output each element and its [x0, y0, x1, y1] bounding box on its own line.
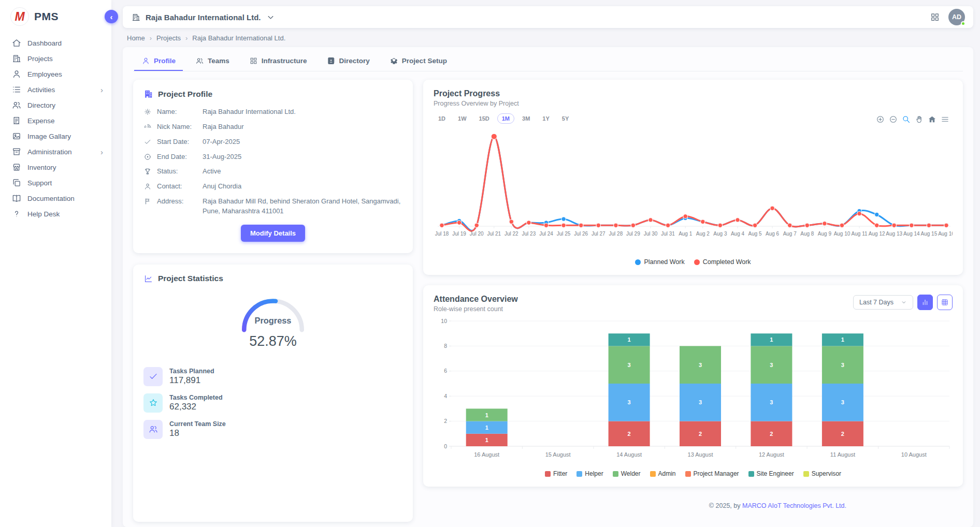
- sidebar-item-help-desk[interactable]: Help Desk: [0, 206, 111, 222]
- svg-text:Aug 7: Aug 7: [783, 231, 797, 237]
- legend-marker: [650, 471, 656, 477]
- people-icon: [195, 56, 204, 65]
- svg-text:Aug 9: Aug 9: [818, 231, 832, 237]
- svg-text:Aug 3: Aug 3: [713, 231, 727, 237]
- breadcrumb-item: Raja Bahadur International Ltd.: [192, 34, 285, 42]
- main-area: Raja Bahadur International Ltd. AD Home›…: [111, 0, 980, 527]
- svg-text:Jul 18: Jul 18: [435, 231, 449, 237]
- svg-text:Aug 15: Aug 15: [921, 231, 938, 237]
- pan-icon[interactable]: [915, 115, 924, 124]
- legend-fitter[interactable]: Fitter: [545, 470, 567, 477]
- people-icon: [148, 424, 158, 434]
- svg-text:Aug 8: Aug 8: [800, 231, 814, 237]
- chart-line-icon: [143, 274, 153, 284]
- range-button-15d[interactable]: 15D: [474, 113, 494, 124]
- content-panel: ProfileTeamsInfrastructureDirectoryProje…: [123, 47, 973, 527]
- field-value: 31-Aug-2025: [203, 152, 402, 162]
- stat-tile: [143, 367, 163, 386]
- stat-label: Tasks Completed: [169, 394, 223, 401]
- selection-zoom-icon[interactable]: [902, 115, 911, 124]
- sidebar-collapse-button[interactable]: ‹: [105, 10, 118, 23]
- svg-text:3: 3: [770, 399, 773, 405]
- stat-label: Tasks Planned: [169, 368, 214, 375]
- range-button-1y[interactable]: 1Y: [538, 113, 554, 124]
- tab-teams[interactable]: Teams: [188, 52, 237, 71]
- grid-icon: [249, 56, 258, 65]
- breadcrumb-separator: ›: [150, 34, 152, 42]
- bar-view-button[interactable]: [917, 295, 933, 310]
- sidebar-item-label: Activities: [27, 86, 95, 94]
- home-icon: [11, 38, 22, 48]
- sidebar-item-administration[interactable]: Administration›: [0, 144, 111, 159]
- sidebar-item-inventory[interactable]: Inventory: [0, 159, 111, 175]
- svg-text:2: 2: [444, 418, 447, 424]
- tab-project-setup[interactable]: Project Setup: [382, 52, 454, 71]
- table-view-button[interactable]: [937, 295, 953, 310]
- field-value: Anuj Chordia: [203, 182, 402, 192]
- legend-planned-work[interactable]: Planned Work: [635, 258, 684, 266]
- legend-helper[interactable]: Helper: [577, 470, 603, 477]
- field-value: Raja Bahadur International Ltd.: [203, 107, 402, 117]
- breadcrumb-item[interactable]: Home: [127, 34, 145, 42]
- user-avatar[interactable]: AD: [948, 9, 965, 25]
- sidebar-item-projects[interactable]: Projects: [0, 51, 111, 66]
- breadcrumb: Home›Projects›Raja Bahadur International…: [123, 28, 973, 47]
- range-button-3m[interactable]: 3M: [517, 113, 535, 124]
- tab-directory[interactable]: Directory: [320, 52, 377, 71]
- range-button-1d[interactable]: 1D: [434, 113, 450, 124]
- sidebar-item-image-gallary[interactable]: Image Gallary: [0, 128, 111, 144]
- sidebar-item-dashboard[interactable]: Dashboard: [0, 35, 111, 51]
- sidebar-item-documentation[interactable]: Documentation: [0, 191, 111, 206]
- sidebar-item-activities[interactable]: Activities›: [0, 82, 111, 97]
- legend-welder[interactable]: Welder: [613, 470, 641, 477]
- sidebar-item-employees[interactable]: Employees: [0, 66, 111, 82]
- sidebar-item-label: Administration: [27, 148, 95, 156]
- modify-details-button[interactable]: Modify Details: [241, 225, 305, 242]
- sidebar-item-directory[interactable]: Directory: [0, 97, 111, 113]
- zoom-out-icon[interactable]: [889, 115, 898, 124]
- sidebar-item-expense[interactable]: Expense: [0, 113, 111, 128]
- chevron-down-icon: [901, 299, 907, 305]
- attendance-card-title: Attendance Overview: [434, 295, 518, 304]
- legend-site-engineer[interactable]: Site Engineer: [748, 470, 794, 477]
- chart-menu-icon[interactable]: [941, 115, 949, 124]
- svg-text:10: 10: [441, 318, 447, 324]
- attendance-range-select[interactable]: Last 7 Days: [853, 295, 913, 310]
- breadcrumb-item[interactable]: Projects: [156, 34, 181, 42]
- zoom-in-icon[interactable]: [876, 115, 885, 124]
- progress-card-subtitle: Progress Overview by Project: [434, 100, 953, 107]
- contact-icon: [327, 56, 336, 65]
- svg-text:Jul 26: Jul 26: [574, 231, 588, 237]
- statistics-card-title: Project Statistics: [158, 274, 223, 283]
- svg-text:1: 1: [628, 336, 631, 343]
- sidebar-item-support[interactable]: Support: [0, 175, 111, 191]
- company-selector[interactable]: Raja Bahadur International Ltd.: [131, 12, 276, 22]
- legend-marker: [545, 471, 551, 477]
- company-name: Raja Bahadur International Ltd.: [146, 13, 261, 22]
- logo-link[interactable]: M PMS: [0, 0, 111, 31]
- range-button-1w[interactable]: 1W: [453, 113, 471, 124]
- legend-project-manager[interactable]: Project Manager: [685, 470, 739, 477]
- reset-zoom-home-icon[interactable]: [928, 115, 936, 124]
- range-button-5y[interactable]: 5Y: [557, 113, 573, 124]
- svg-text:2: 2: [841, 431, 844, 437]
- tab-profile[interactable]: Profile: [134, 52, 183, 71]
- project-progress-chart[interactable]: Jul 18Jul 19Jul 20Jul 21Jul 22Jul 23Jul …: [434, 124, 953, 253]
- online-status-dot: [961, 21, 965, 26]
- profile-card-title: Project Profile: [158, 90, 212, 99]
- company-link[interactable]: MARCO AIoT Technologies Pvt. Ltd.: [742, 502, 846, 509]
- svg-text:Jul 19: Jul 19: [452, 231, 466, 237]
- svg-text:1: 1: [485, 424, 488, 431]
- range-button-1m[interactable]: 1M: [497, 113, 514, 124]
- svg-text:2: 2: [699, 431, 702, 437]
- attendance-chart[interactable]: 108642011116 August15 August233114 Augus…: [434, 316, 953, 465]
- svg-text:3: 3: [699, 362, 702, 368]
- profile-field-end-date-: End Date:31-Aug-2025: [143, 152, 402, 162]
- apps-grid-button[interactable]: [930, 12, 940, 22]
- tab-infrastructure[interactable]: Infrastructure: [242, 52, 314, 71]
- legend-supervisor[interactable]: Supervisor: [803, 470, 841, 477]
- legend-admin[interactable]: Admin: [650, 470, 676, 477]
- building-badge-icon: [143, 89, 153, 99]
- legend-completed-work[interactable]: Completed Work: [694, 258, 751, 266]
- sidebar: M PMS ‹ DashboardProjectsEmployeesActivi…: [0, 0, 111, 527]
